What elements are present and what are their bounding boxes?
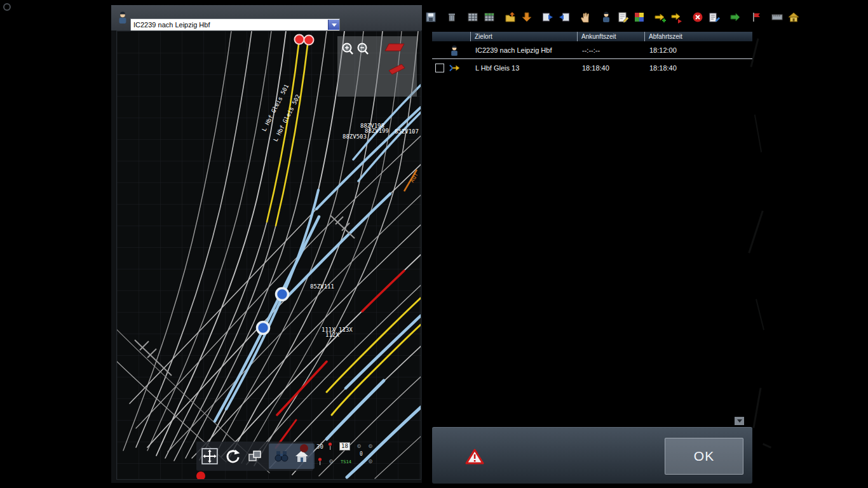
table-icon[interactable] [465, 10, 480, 25]
hud-zero: 0 [360, 451, 363, 457]
header-zielort[interactable]: Zielort [470, 32, 577, 41]
remove-icon[interactable] [690, 10, 705, 25]
corner-dot [3, 3, 11, 11]
schedule-row-train[interactable]: IC2239 nach Leipzig Hbf --:--:-- 18:12:0… [432, 41, 752, 59]
row2-ankunftszeit: 18:18:40 [577, 64, 644, 72]
blue-signal-1[interactable] [276, 288, 288, 301]
conductor-icon [449, 43, 459, 57]
edit-form-icon[interactable] [615, 10, 630, 25]
track-map[interactable]: L Hbf Gleis 501 L Hbf Gleis 502 88ZV198 … [116, 30, 421, 480]
map-header-bar: IC2239 nach Leipzig Hbf [111, 5, 430, 30]
header-abfahrtszeit[interactable]: Abfahrtszeit [644, 32, 752, 41]
row2-zielort: L Hbf Gleis 13 [470, 64, 577, 72]
label-sig-107: 85ZV107 [395, 128, 419, 135]
move-cross-icon [201, 448, 218, 464]
dot-symbol-3: ⊙ [329, 458, 333, 464]
stop-checkbox[interactable] [435, 64, 444, 72]
dropdown-button[interactable] [328, 20, 339, 30]
schedule-table-header: Zielort Ankunftszeit Abfahrtszeit [432, 32, 752, 41]
route-add-icon[interactable] [653, 10, 667, 25]
row1-icon-cell [432, 43, 470, 57]
ok-button[interactable]: OK [665, 438, 743, 475]
header-ankunftszeit[interactable]: Ankunftszeit [577, 32, 644, 41]
red-signal-top-1[interactable] [295, 35, 304, 44]
hud-speed-30: 30 [316, 444, 323, 450]
row2-icon-cell [432, 63, 470, 73]
texture-mark [752, 388, 761, 428]
schedule-toolbar [423, 9, 801, 25]
dot-symbol-4: ⊙ [369, 458, 372, 464]
binoculars-icon[interactable] [274, 449, 289, 463]
station-icon[interactable] [786, 10, 801, 25]
delete-icon[interactable] [444, 10, 459, 25]
texture-mark [754, 114, 762, 152]
schedule-row-stop[interactable]: L Hbf Gleis 13 18:18:40 18:18:40 [432, 59, 752, 76]
train-select-dropdown[interactable]: IC2239 nach Leipzig Hbf [130, 18, 340, 31]
dot-symbol-2: ⊙ [369, 443, 372, 449]
hud-ts14: TS14 [341, 459, 351, 464]
row1-zielort: IC2239 nach Leipzig Hbf [470, 46, 577, 54]
route-arrow-icon [449, 63, 460, 73]
row1-abfahrtszeit: 18:12:00 [644, 46, 752, 54]
map-hud: 30 18 ⊙ ⊙ ⊙ TS14 0 ⊙ [315, 441, 417, 474]
window-mode-button[interactable] [247, 447, 262, 465]
rotate-tool-button[interactable] [224, 447, 241, 465]
save-icon[interactable] [423, 10, 438, 25]
label-x112: 112X [325, 332, 339, 338]
route-red-icon[interactable] [669, 10, 684, 25]
texture-mark [756, 299, 764, 330]
confirm-footer: OK [432, 427, 752, 484]
dot-symbol-1: ⊙ [357, 443, 361, 449]
header-icon-column [432, 32, 470, 41]
color-grid-icon[interactable] [632, 10, 646, 25]
warning-icon [465, 448, 484, 465]
list-edit-icon[interactable] [707, 10, 721, 25]
train-select-value: IC2239 nach Leipzig Hbf [131, 21, 328, 29]
texture-mark [763, 443, 771, 448]
rotate-icon [224, 448, 241, 464]
map-inset [337, 36, 417, 97]
schedule-panel: Zielort Ankunftszeit Abfahrtszeit IC2239… [422, 5, 752, 483]
app-screen: IC2239 nach Leipzig Hbf [0, 0, 868, 488]
conductor-toolbar-icon[interactable] [599, 10, 613, 25]
table-colored-icon[interactable] [482, 10, 496, 25]
chevron-down-icon [332, 24, 337, 27]
dark-red-marker [300, 444, 308, 452]
go-arrow-icon[interactable] [728, 10, 742, 25]
row2-abfahrtszeit: 18:18:40 [644, 64, 752, 72]
hud-value-18: 18 [339, 442, 350, 451]
folder-export-icon[interactable] [503, 10, 517, 25]
row1-ankunftszeit: --:--:-- [577, 46, 644, 54]
flag-icon[interactable] [749, 10, 763, 25]
blue-signal-2[interactable] [257, 322, 269, 334]
red-signal-top-2[interactable] [304, 36, 314, 45]
label-sig-111: 85ZV111 [310, 283, 334, 290]
scrollbar-down-button[interactable] [735, 417, 744, 425]
signal-glyph-icon [328, 442, 332, 450]
map-grid [117, 31, 421, 479]
map-toolbar [196, 442, 313, 471]
scroll-arrow-icon [737, 419, 742, 423]
cascade-windows-icon [247, 449, 262, 464]
arrow-down-icon[interactable] [519, 10, 534, 25]
track-map-canvas: L Hbf Gleis 501 L Hbf Gleis 502 88ZV198 … [117, 31, 421, 479]
signal-glyph-icon-2 [318, 458, 322, 465]
label-sig-503: 88ZV503 [342, 133, 367, 140]
track-map-window: IC2239 nach Leipzig Hbf [111, 5, 430, 483]
hand-icon[interactable] [578, 10, 592, 25]
pan-tool-button[interactable] [201, 447, 218, 465]
window-prev-icon[interactable] [557, 10, 571, 25]
window-next-icon[interactable] [540, 10, 555, 25]
label-sig-199: 88ZV199 [365, 128, 389, 134]
conductor-icon [117, 10, 128, 25]
ruler-icon[interactable] [770, 10, 784, 25]
